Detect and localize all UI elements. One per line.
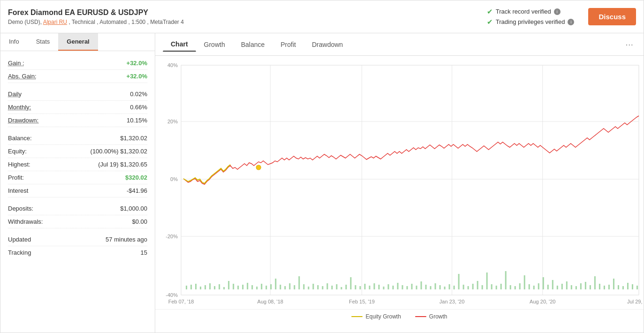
svg-rect-56 <box>341 287 342 289</box>
svg-rect-70 <box>407 286 408 289</box>
stat-row-highest: Highest: (Jul 19) $1,320.65 <box>8 158 147 171</box>
gain-value: +32.0% <box>127 60 147 67</box>
svg-rect-36 <box>247 283 248 289</box>
right-panel: Chart Growth Balance Profit Drawdown ··· <box>155 33 644 333</box>
chart-svg: 40% 20% 0% -20% -40% Feb 07, '18 Aug 08,… <box>155 61 644 309</box>
svg-rect-0 <box>181 65 639 295</box>
svg-rect-26 <box>200 287 201 289</box>
tab-general[interactable]: General <box>58 33 98 51</box>
svg-rect-23 <box>186 286 187 289</box>
interest-label: Interest <box>8 187 28 194</box>
svg-rect-47 <box>298 276 300 289</box>
discuss-button[interactable]: Discuss <box>588 8 636 25</box>
verification-badges: ✔ Track record verified i ✔ Trading priv… <box>487 8 575 26</box>
svg-rect-112 <box>604 286 605 289</box>
svg-rect-99 <box>543 277 544 289</box>
withdrawals-label: Withdrawals: <box>8 218 43 225</box>
tab-info[interactable]: Info <box>0 33 28 51</box>
svg-rect-39 <box>261 284 262 289</box>
stat-row-gain: Gain : +32.0% <box>8 57 147 70</box>
daily-label[interactable]: Daily <box>8 91 22 98</box>
svg-rect-38 <box>256 287 258 289</box>
svg-rect-40 <box>265 286 267 289</box>
svg-rect-69 <box>402 285 403 289</box>
monthly-value: 0.66% <box>130 104 147 111</box>
info-icon-2[interactable]: i <box>568 19 574 25</box>
stats-section: Gain : +32.0% Abs. Gain: +32.0% Daily 0.… <box>0 51 155 333</box>
svg-rect-71 <box>411 284 413 289</box>
svg-rect-85 <box>477 281 478 289</box>
svg-text:0%: 0% <box>170 176 178 182</box>
svg-rect-84 <box>472 284 474 289</box>
svg-rect-25 <box>195 284 197 289</box>
svg-point-120 <box>256 165 261 170</box>
growth-line-sample <box>415 316 426 317</box>
svg-rect-72 <box>416 286 417 289</box>
alpari-link[interactable]: Alpari RU <box>43 19 67 25</box>
svg-rect-64 <box>378 285 379 289</box>
svg-rect-37 <box>251 285 253 289</box>
svg-rect-107 <box>580 283 582 289</box>
svg-rect-76 <box>435 283 436 289</box>
left-panel: Info Stats General Gain : +32.0% Abs. Ga… <box>0 33 155 333</box>
svg-rect-79 <box>449 284 450 289</box>
left-tabs: Info Stats General <box>0 33 155 51</box>
svg-rect-35 <box>242 285 243 289</box>
drawdown-label[interactable]: Drawdown: <box>8 117 38 124</box>
svg-rect-75 <box>430 286 432 289</box>
svg-rect-34 <box>237 286 239 289</box>
tab-stats[interactable]: Stats <box>28 33 59 51</box>
svg-rect-117 <box>627 283 629 289</box>
svg-text:Feb 07, '18: Feb 07, '18 <box>168 299 194 304</box>
svg-text:20%: 20% <box>167 119 178 124</box>
svg-rect-28 <box>209 283 211 289</box>
tab-growth[interactable]: Growth <box>196 38 233 52</box>
header-left: Forex Diamond EA EURUSD & USDJPY Demo (U… <box>8 8 487 25</box>
tracking-label: Tracking <box>8 249 31 256</box>
monthly-label[interactable]: Monthly: <box>8 104 31 111</box>
svg-rect-51 <box>317 285 318 289</box>
svg-rect-45 <box>289 283 290 289</box>
svg-rect-94 <box>519 283 521 289</box>
more-options-button[interactable]: ··· <box>622 39 636 50</box>
tab-drawdown[interactable]: Drawdown <box>304 38 351 52</box>
gain-label[interactable]: Gain : <box>8 60 24 67</box>
tab-chart[interactable]: Chart <box>163 37 196 52</box>
svg-rect-108 <box>585 282 586 289</box>
tab-profit[interactable]: Profit <box>273 38 304 52</box>
svg-rect-44 <box>284 286 286 289</box>
svg-text:-20%: -20% <box>166 234 178 239</box>
abs-gain-label[interactable]: Abs. Gain: <box>8 73 37 80</box>
svg-rect-87 <box>486 272 488 289</box>
svg-text:Jan 23, '20: Jan 23, '20 <box>439 299 465 304</box>
chart-area: 40% 20% 0% -20% -40% Feb 07, '18 Aug 08,… <box>155 56 644 333</box>
svg-rect-83 <box>468 286 469 289</box>
info-icon-1[interactable]: i <box>554 8 561 15</box>
svg-text:Feb 15, '19: Feb 15, '19 <box>349 299 375 304</box>
svg-rect-80 <box>454 286 455 289</box>
deposits-label: Deposits: <box>8 205 33 212</box>
svg-text:40%: 40% <box>167 62 178 68</box>
highest-value: (Jul 19) $1,320.65 <box>98 161 147 168</box>
svg-rect-60 <box>359 286 361 289</box>
svg-rect-50 <box>312 284 314 289</box>
legend-growth-label: Growth <box>429 313 447 320</box>
stat-row-balance: Balance: $1,320.02 <box>8 132 147 145</box>
svg-rect-116 <box>622 286 624 289</box>
balance-value: $1,320.02 <box>120 135 147 142</box>
svg-rect-105 <box>571 285 572 289</box>
svg-rect-52 <box>322 286 323 289</box>
updated-label: Updated <box>8 236 31 243</box>
svg-rect-41 <box>270 284 272 289</box>
svg-rect-43 <box>280 285 281 289</box>
svg-rect-57 <box>345 285 347 289</box>
svg-rect-100 <box>547 285 549 289</box>
chart-tabs: Chart Growth Balance Profit Drawdown ··· <box>155 33 644 56</box>
svg-rect-48 <box>303 284 304 289</box>
main-content: Info Stats General Gain : +32.0% Abs. Ga… <box>0 33 644 333</box>
drawdown-value: 10.15% <box>127 117 147 124</box>
withdrawals-value: $0.00 <box>132 218 147 225</box>
svg-rect-33 <box>233 284 234 289</box>
svg-rect-88 <box>491 284 492 289</box>
tab-balance[interactable]: Balance <box>233 38 273 52</box>
